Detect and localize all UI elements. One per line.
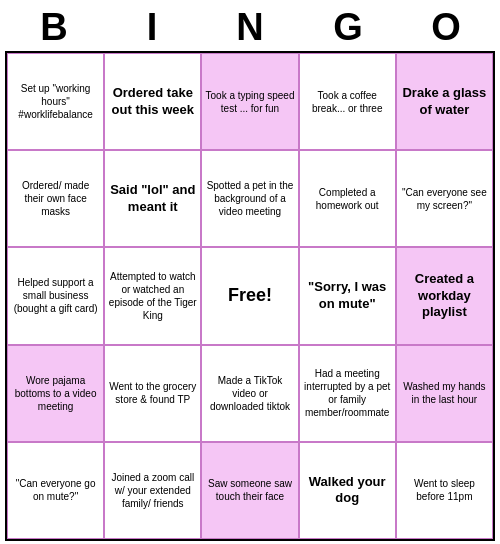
bingo-cell-6[interactable]: Said "lol" and meant it [104, 150, 201, 247]
letter-i: I [111, 6, 193, 49]
bingo-cell-7[interactable]: Spotted a pet in the background of a vid… [201, 150, 298, 247]
letter-o: O [405, 6, 487, 49]
bingo-cell-13[interactable]: "Sorry, I was on mute" [299, 247, 396, 344]
bingo-cell-8[interactable]: Completed a homework out [299, 150, 396, 247]
bingo-cell-19[interactable]: Washed my hands in the last hour [396, 345, 493, 442]
letter-g: G [307, 6, 389, 49]
bingo-cell-4[interactable]: Drake a glass of water [396, 53, 493, 150]
bingo-cell-24[interactable]: Went to sleep before 11pm [396, 442, 493, 539]
bingo-cell-18[interactable]: Had a meeting interrupted by a pet or fa… [299, 345, 396, 442]
title-row: B I N G O [5, 0, 495, 51]
bingo-cell-5[interactable]: Ordered/ made their own face masks [7, 150, 104, 247]
bingo-cell-20[interactable]: "Can everyone go on mute?" [7, 442, 104, 539]
bingo-cell-9[interactable]: "Can everyone see my screen?" [396, 150, 493, 247]
bingo-cell-21[interactable]: Joined a zoom call w/ your extended fami… [104, 442, 201, 539]
letter-n: N [209, 6, 291, 49]
bingo-cell-17[interactable]: Made a TikTok video or downloaded tiktok [201, 345, 298, 442]
bingo-cell-0[interactable]: Set up "working hours" #worklifebalance [7, 53, 104, 150]
bingo-cell-15[interactable]: Wore pajama bottoms to a video meeting [7, 345, 104, 442]
bingo-cell-14[interactable]: Created a workday playlist [396, 247, 493, 344]
bingo-cell-1[interactable]: Ordered take out this week [104, 53, 201, 150]
bingo-cell-3[interactable]: Took a coffee break... or three [299, 53, 396, 150]
bingo-cell-11[interactable]: Attempted to watch or watched an episode… [104, 247, 201, 344]
bingo-cell-23[interactable]: Walked your dog [299, 442, 396, 539]
letter-b: B [13, 6, 95, 49]
bingo-cell-12[interactable]: Free! [201, 247, 298, 344]
bingo-grid: Set up "working hours" #worklifebalanceO… [5, 51, 495, 541]
bingo-cell-2[interactable]: Took a typing speed test ... for fun [201, 53, 298, 150]
bingo-cell-22[interactable]: Saw someone saw touch their face [201, 442, 298, 539]
bingo-cell-16[interactable]: Went to the grocery store & found TP [104, 345, 201, 442]
bingo-cell-10[interactable]: Helped support a small business (bought … [7, 247, 104, 344]
